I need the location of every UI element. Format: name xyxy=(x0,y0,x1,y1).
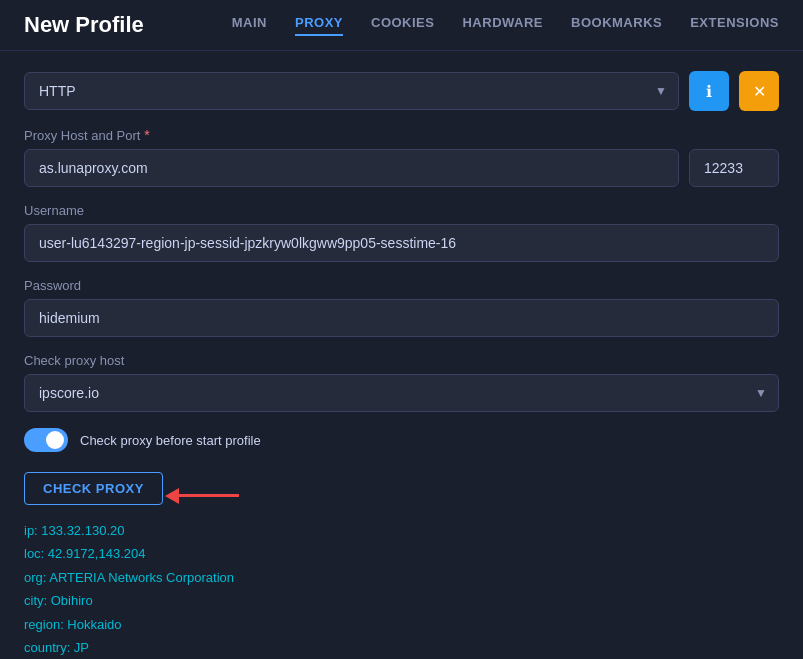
tab-hardware[interactable]: HARDWARE xyxy=(462,15,543,36)
host-port-label: Proxy Host and Port * xyxy=(24,127,779,143)
check-host-wrapper: ipscore.io ipinfo.io ip-api.com ▼ xyxy=(24,374,779,412)
result-country: country: JP xyxy=(24,636,779,659)
username-group: Username xyxy=(24,203,779,262)
port-input-wrapper xyxy=(689,149,779,187)
proxy-type-row: HTTP HTTPS SOCKS4 SOCKS5 No Proxy ▼ ℹ ✕ xyxy=(24,71,779,111)
host-input-wrapper xyxy=(24,149,679,187)
check-host-group: Check proxy host ipscore.io ipinfo.io ip… xyxy=(24,353,779,412)
host-port-row xyxy=(24,149,779,187)
info-button[interactable]: ℹ xyxy=(689,71,729,111)
username-input[interactable] xyxy=(24,224,779,262)
tab-cookies[interactable]: COOKIES xyxy=(371,15,434,36)
check-proxy-button[interactable]: CHECK PROXY xyxy=(24,472,163,505)
result-org: org: ARTERIA Networks Corporation xyxy=(24,566,779,589)
result-loc: loc: 42.9172,143.204 xyxy=(24,542,779,565)
proxy-toggle[interactable] xyxy=(24,428,68,452)
check-host-label: Check proxy host xyxy=(24,353,779,368)
password-label: Password xyxy=(24,278,779,293)
proxy-host-input[interactable] xyxy=(24,149,679,187)
result-ip: ip: 133.32.130.20 xyxy=(24,519,779,542)
password-input[interactable] xyxy=(24,299,779,337)
host-port-group: Proxy Host and Port * xyxy=(24,127,779,187)
toggle-row: Check proxy before start profile xyxy=(24,428,779,452)
required-indicator: * xyxy=(144,127,149,143)
close-button[interactable]: ✕ xyxy=(739,71,779,111)
arrow-head-icon xyxy=(165,488,179,504)
proxy-content: HTTP HTTPS SOCKS4 SOCKS5 No Proxy ▼ ℹ ✕ … xyxy=(0,51,803,659)
tab-extensions[interactable]: EXTENSIONS xyxy=(690,15,779,36)
result-city: city: Obihiro xyxy=(24,589,779,612)
username-label: Username xyxy=(24,203,779,218)
arrow-line xyxy=(179,494,239,497)
proxy-port-input[interactable] xyxy=(689,149,779,187)
header: New Profile MAIN PROXY COOKIES HARDWARE … xyxy=(0,0,803,51)
proxy-type-select[interactable]: HTTP HTTPS SOCKS4 SOCKS5 No Proxy xyxy=(24,72,679,110)
tab-bookmarks[interactable]: BOOKMARKS xyxy=(571,15,662,36)
app-title: New Profile xyxy=(24,12,144,38)
check-host-select[interactable]: ipscore.io ipinfo.io ip-api.com xyxy=(24,374,779,412)
tab-main[interactable]: MAIN xyxy=(232,15,267,36)
arrow-indicator xyxy=(179,494,239,497)
result-region: region: Hokkaido xyxy=(24,613,779,636)
password-group: Password xyxy=(24,278,779,337)
proxy-type-wrapper: HTTP HTTPS SOCKS4 SOCKS5 No Proxy ▼ xyxy=(24,72,679,110)
nav-tabs: MAIN PROXY COOKIES HARDWARE BOOKMARKS EX… xyxy=(232,15,779,36)
check-proxy-row: CHECK PROXY xyxy=(24,472,779,519)
tab-proxy[interactable]: PROXY xyxy=(295,15,343,36)
toggle-slider xyxy=(24,428,68,452)
proxy-results: ip: 133.32.130.20 loc: 42.9172,143.204 o… xyxy=(24,519,779,659)
toggle-label: Check proxy before start profile xyxy=(80,433,261,448)
